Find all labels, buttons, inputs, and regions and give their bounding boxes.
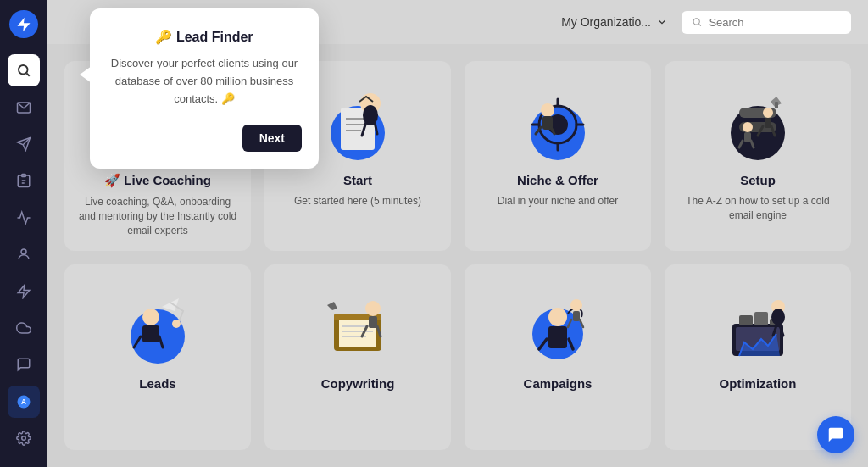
sidebar-item-contacts[interactable] [8, 239, 40, 270]
setup-title: Setup [740, 173, 776, 187]
sidebar-item-analytics[interactable] [8, 202, 40, 233]
svg-point-79 [570, 299, 582, 311]
chat-support-button[interactable] [817, 416, 854, 453]
sidebar-item-automation[interactable] [8, 275, 40, 307]
card-niche-offer[interactable]: Niche & Offer Dial in your niche and off… [465, 61, 651, 251]
start-illustration [315, 78, 400, 163]
start-desc: Get started here (5 minutes) [294, 194, 421, 208]
popover-body: Discover your perfect clients using our … [107, 55, 302, 108]
svg-rect-60 [142, 325, 159, 342]
main-content: My Organizatio... [47, 0, 868, 467]
live-coaching-desc: Live coaching, Q&A, onboarding and mento… [78, 195, 237, 237]
setup-desc: The A-Z on how to set up a cold email en… [678, 194, 837, 223]
svg-point-42 [541, 103, 554, 117]
sidebar-item-account[interactable]: A [8, 386, 40, 417]
campaigns-illustration [515, 281, 600, 366]
optimization-illustration [715, 281, 800, 366]
search-icon [692, 16, 702, 28]
card-campaigns[interactable]: Campaigns [465, 264, 651, 450]
org-label: My Organizatio... [561, 15, 651, 29]
sidebar-item-send[interactable] [8, 128, 40, 159]
svg-line-15 [699, 24, 701, 25]
svg-text:A: A [21, 398, 26, 406]
svg-point-49 [763, 108, 773, 118]
sidebar-item-settings[interactable] [8, 423, 40, 454]
svg-point-89 [771, 309, 785, 325]
svg-rect-86 [754, 312, 768, 325]
leads-title: Leads [139, 376, 175, 391]
svg-rect-57 [775, 102, 778, 108]
svg-point-63 [172, 320, 181, 328]
start-title: Start [343, 173, 372, 187]
card-copywriting[interactable]: Copywriting [264, 264, 451, 450]
niche-offer-illustration [515, 78, 600, 163]
card-setup[interactable]: Setup The A-Z on how to set up a cold em… [665, 61, 851, 251]
copywriting-illustration [315, 281, 400, 366]
sidebar-item-integrations[interactable] [8, 312, 40, 343]
sidebar-item-clipboard[interactable] [8, 165, 40, 197]
leads-illustration [115, 281, 200, 366]
svg-point-14 [693, 19, 699, 25]
next-button[interactable]: Next [242, 125, 302, 152]
svg-rect-85 [739, 315, 753, 325]
svg-point-9 [21, 249, 26, 254]
sidebar-item-mail[interactable] [8, 92, 40, 123]
lead-finder-popover: 🔑 Lead Finder Discover your perfect clie… [90, 8, 319, 169]
svg-line-1 [26, 74, 29, 76]
campaigns-title: Campaigns [524, 376, 593, 391]
optimization-title: Optimization [720, 376, 797, 391]
svg-point-53 [743, 122, 753, 132]
svg-point-59 [142, 309, 159, 325]
svg-rect-71 [369, 316, 377, 328]
svg-point-0 [19, 65, 28, 75]
svg-point-13 [22, 436, 26, 441]
niche-offer-desc: Dial in your niche and offer [498, 194, 619, 208]
svg-rect-76 [548, 326, 567, 348]
popover-footer: Next [107, 125, 302, 152]
sidebar-item-support[interactable] [8, 349, 40, 381]
popover-title: 🔑 Lead Finder [107, 29, 302, 45]
search-input[interactable] [709, 16, 841, 29]
org-selector[interactable]: My Organizatio... [561, 15, 668, 29]
sidebar-item-search[interactable] [8, 54, 40, 86]
popover-icon: 🔑 [155, 30, 175, 44]
svg-point-75 [548, 308, 567, 326]
svg-marker-10 [18, 285, 30, 297]
live-coaching-title: 🚀 Live Coaching [104, 173, 211, 188]
setup-illustration [715, 78, 800, 163]
card-leads[interactable]: Leads [64, 264, 251, 450]
search-bar[interactable] [682, 11, 851, 34]
copywriting-title: Copywriting [321, 376, 395, 391]
niche-offer-title: Niche & Offer [517, 173, 598, 187]
logo-button[interactable] [9, 10, 38, 38]
svg-point-70 [365, 301, 381, 316]
sidebar: A [0, 0, 47, 467]
